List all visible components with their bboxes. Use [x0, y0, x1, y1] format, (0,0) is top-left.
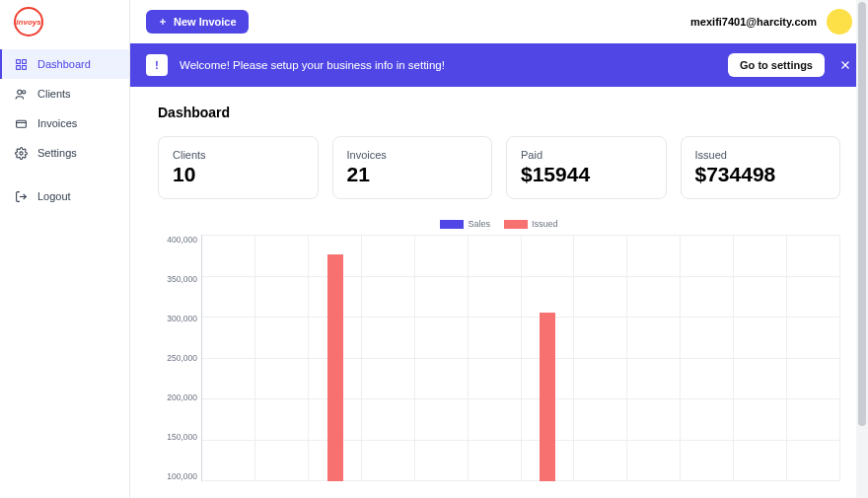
svg-rect-0	[16, 59, 20, 63]
brand-logo: invoys	[14, 7, 43, 36]
bars-container	[202, 235, 840, 481]
stats-cards: Clients 10 Invoices 21 Paid $15944 Issue…	[158, 136, 840, 199]
card-value: 10	[173, 163, 304, 186]
y-tick: 400,000	[158, 235, 197, 245]
card-value: $15944	[521, 163, 652, 186]
bar-column	[574, 235, 627, 481]
primary-nav: Dashboard Clients Invoices Settings	[0, 43, 129, 211]
card-label: Paid	[521, 149, 652, 161]
chart: Sales Issued 400,000 350,000 300,000 250…	[158, 219, 840, 481]
bar-issued[interactable]	[540, 313, 555, 481]
sidebar-item-invoices[interactable]: Invoices	[0, 108, 129, 138]
bar-column	[734, 235, 787, 481]
y-tick: 200,000	[158, 392, 197, 402]
sidebar-item-label: Clients	[37, 88, 71, 100]
y-tick: 350,000	[158, 274, 197, 284]
card-paid: Paid $15944	[506, 136, 667, 199]
sidebar-item-label: Invoices	[37, 117, 77, 129]
sidebar-item-label: Dashboard	[37, 58, 91, 70]
y-tick: 300,000	[158, 314, 197, 323]
legend-label: Sales	[468, 219, 490, 229]
topbar: New Invoice mexifi7401@harcity.com	[130, 0, 868, 43]
welcome-banner: ! Welcome! Please setup your business in…	[130, 43, 868, 87]
card-value: $734498	[695, 163, 827, 186]
card-icon	[14, 116, 28, 130]
new-invoice-label: New Invoice	[174, 16, 237, 28]
user-email: mexifi7401@harcity.com	[690, 16, 817, 28]
card-label: Invoices	[347, 149, 478, 161]
card-invoices: Invoices 21	[332, 136, 493, 199]
card-label: Issued	[695, 149, 827, 161]
svg-point-4	[17, 90, 21, 94]
legend-swatch-issued	[504, 220, 528, 229]
bar-column	[202, 235, 255, 481]
svg-rect-1	[22, 59, 26, 63]
svg-rect-6	[16, 120, 26, 127]
card-value: 21	[347, 163, 478, 186]
bar-column	[362, 235, 415, 481]
info-icon: !	[146, 54, 168, 76]
plus-icon	[158, 17, 168, 27]
card-label: Clients	[173, 149, 304, 161]
bar-column	[522, 235, 575, 481]
y-tick: 100,000	[158, 471, 197, 481]
logout-icon	[14, 189, 28, 203]
svg-point-5	[22, 90, 25, 93]
sidebar: invoys Dashboard Clients Invoices	[0, 0, 130, 498]
go-to-settings-button[interactable]: Go to settings	[728, 53, 825, 77]
bar-column	[627, 235, 681, 481]
page-title: Dashboard	[158, 105, 840, 120]
y-tick: 150,000	[158, 432, 197, 442]
bar-column	[309, 235, 362, 481]
card-issued: Issued $734498	[681, 136, 841, 199]
bar-column	[469, 235, 522, 481]
bar-column	[255, 235, 309, 481]
chart-legend: Sales Issued	[158, 219, 840, 229]
svg-rect-2	[16, 65, 20, 69]
sidebar-item-logout[interactable]: Logout	[0, 181, 129, 211]
gear-icon	[14, 146, 28, 160]
bar-column	[415, 235, 469, 481]
legend-issued[interactable]: Issued	[504, 219, 558, 229]
y-tick: 250,000	[158, 353, 197, 363]
users-icon	[14, 87, 28, 101]
sidebar-item-label: Settings	[37, 147, 77, 159]
svg-rect-3	[22, 65, 26, 69]
close-icon[interactable]	[838, 58, 852, 72]
sidebar-item-dashboard[interactable]: Dashboard	[0, 49, 129, 79]
legend-label: Issued	[532, 219, 558, 229]
bar-column	[681, 235, 734, 481]
user-menu[interactable]: mexifi7401@harcity.com	[690, 9, 852, 35]
bar-issued[interactable]	[327, 254, 343, 481]
bar-column	[787, 235, 840, 481]
new-invoice-button[interactable]: New Invoice	[146, 10, 249, 34]
legend-swatch-sales	[440, 220, 464, 229]
banner-message: Welcome! Please setup your business info…	[180, 59, 445, 71]
grid-icon	[14, 57, 28, 71]
scrollbar-track[interactable]	[856, 0, 868, 498]
logo-area: invoys	[0, 0, 129, 43]
avatar	[827, 9, 852, 35]
scrollbar-thumb[interactable]	[858, 2, 866, 426]
card-clients: Clients 10	[158, 136, 319, 199]
sidebar-item-settings[interactable]: Settings	[0, 138, 129, 168]
sidebar-item-clients[interactable]: Clients	[0, 79, 129, 108]
main-content: New Invoice mexifi7401@harcity.com ! Wel…	[130, 0, 868, 498]
svg-point-7	[19, 151, 22, 154]
sidebar-item-label: Logout	[37, 190, 71, 202]
y-axis: 400,000 350,000 300,000 250,000 200,000 …	[158, 235, 201, 481]
plot-area	[201, 235, 840, 481]
legend-sales[interactable]: Sales	[440, 219, 490, 229]
